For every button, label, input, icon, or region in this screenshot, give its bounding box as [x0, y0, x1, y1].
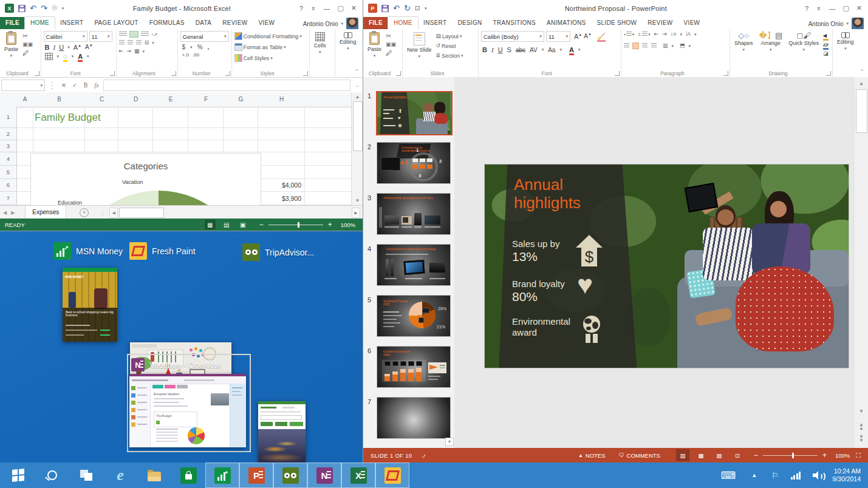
slide-thumbnail-3[interactable]: A Partnership strengthened with time	[377, 193, 451, 235]
column-header-F[interactable]: F	[188, 92, 224, 107]
tab-file[interactable]: FILE	[0, 17, 25, 29]
pp-account[interactable]: Antonio Onio▾	[808, 18, 867, 30]
scroll-up-icon[interactable]: ▲	[854, 77, 868, 86]
name-box[interactable]: ▾	[1, 80, 45, 91]
tab-insert[interactable]: INSERT	[55, 17, 89, 29]
italic-button[interactable]: I	[491, 46, 494, 53]
grow-font-button[interactable]: A▲	[73, 44, 81, 51]
normal-view-icon[interactable]: ▦	[205, 220, 216, 229]
taskbar-button-internet-explorer[interactable]: e	[103, 463, 137, 488]
start-slideshow-icon[interactable]: ⊡	[415, 5, 420, 12]
sheet-tab-expenses[interactable]: Expenses	[25, 206, 66, 220]
categories-chart[interactable]: Categories Vacation Education	[30, 153, 261, 205]
network-signal-icon[interactable]	[791, 472, 801, 480]
tab-file[interactable]: FILE	[363, 17, 388, 29]
copy-icon[interactable]: ▣▣	[386, 41, 396, 48]
tab-formulas[interactable]: FORMULAS	[144, 17, 190, 29]
taskbar-button-task-view[interactable]	[69, 463, 103, 488]
shape-effects-button[interactable]: ◪	[823, 50, 829, 57]
minimize-button[interactable]: —	[829, 5, 835, 12]
underline-button[interactable]: U	[498, 46, 503, 53]
column-header-C[interactable]: C	[85, 92, 119, 107]
tab-slide-show[interactable]: SLIDE SHOW	[592, 17, 643, 29]
formula-input[interactable]	[103, 80, 350, 91]
wrap-text-button[interactable]: ⊟	[145, 39, 149, 46]
spellcheck-icon[interactable]: ⍻	[422, 452, 425, 459]
undo-icon[interactable]: ↶	[393, 4, 400, 12]
sheet-next-icon[interactable]: ▶	[10, 210, 18, 215]
tab-design[interactable]: DESIGN	[452, 17, 487, 29]
minimize-button[interactable]: —	[323, 5, 330, 12]
msn-money-preview[interactable]: MSN MONEY Back to school shopping means …	[63, 268, 117, 342]
row-header-7[interactable]: 7	[0, 192, 17, 205]
slide-sorter-view-icon[interactable]: ▦	[694, 449, 708, 461]
cell-styles-button[interactable]: Cell Styles▾	[234, 54, 302, 62]
row-header-2[interactable]: 2	[0, 128, 17, 140]
slide-thumbnail-4[interactable]: Commitment to advanced technology	[377, 244, 451, 286]
ribbon-display-icon[interactable]: ⌅	[816, 4, 821, 12]
slide-thumbnail-2[interactable]: Commitment to sustainable practices 1 2 …	[377, 142, 451, 184]
cell-h6[interactable]: $4,000	[258, 179, 301, 192]
zoom-slider[interactable]	[268, 225, 323, 225]
styles-dialog-launcher[interactable]	[303, 71, 308, 76]
alignment-dialog-launcher[interactable]	[171, 71, 176, 76]
new-sheet-icon[interactable]: +	[80, 208, 89, 217]
smartart-button[interactable]: ⬒	[680, 42, 685, 49]
increase-decimal-button[interactable]: +.0	[182, 52, 189, 58]
shape-outline-button[interactable]: ▱	[823, 41, 829, 48]
tab-transitions[interactable]: TRANSITIONS	[488, 17, 542, 29]
slide-thumbnail-5[interactable]: Northwind Traders 2015 26% 21%	[377, 295, 451, 337]
bold-button[interactable]: B	[45, 44, 50, 51]
paste-button[interactable]: Paste▾	[2, 31, 20, 69]
drawing-dialog-launcher[interactable]	[826, 71, 831, 76]
zoom-in-icon[interactable]: +	[328, 220, 332, 229]
excel-vertical-scrollbar[interactable]: ▲ ▼	[351, 92, 363, 205]
scroll-up-icon[interactable]: ▲	[352, 92, 363, 100]
change-case-button[interactable]: Aa	[548, 47, 555, 53]
help-icon[interactable]: ?	[299, 5, 303, 12]
collapse-ribbon-icon[interactable]: ⌃	[354, 69, 359, 75]
align-left-button[interactable]	[119, 40, 125, 46]
tab-view[interactable]: VIEW	[678, 17, 706, 29]
reset-button[interactable]: ↺Reset	[436, 42, 463, 49]
column-header-E[interactable]: E	[153, 92, 189, 107]
enter-icon[interactable]: ✓	[70, 82, 79, 89]
percent-style-button[interactable]: %	[197, 44, 203, 50]
slide-item-loyalty[interactable]: Brand loyalty 80%	[512, 279, 565, 304]
cut-icon[interactable]: ✂	[22, 33, 33, 39]
zoom-level[interactable]: 100%	[835, 452, 850, 459]
row-header-3[interactable]: 3	[0, 140, 17, 152]
editing-button[interactable]: Editing▾	[835, 31, 856, 69]
help-icon[interactable]: ?	[805, 5, 808, 12]
tab-review[interactable]: REVIEW	[217, 17, 253, 29]
paste-button[interactable]: Paste▾	[366, 31, 383, 69]
taskbar-button-excel[interactable]: X	[341, 463, 375, 488]
decrease-decimal-button[interactable]: .00	[193, 52, 199, 58]
maximize-button[interactable]: ▢	[337, 4, 343, 12]
fill-color-button[interactable]: ◌	[63, 53, 67, 60]
slide-item-sales[interactable]: Sales up by 13%	[512, 239, 559, 264]
clear-formatting-icon[interactable]: 🧹	[597, 33, 606, 40]
taskbar-button-start[interactable]	[1, 463, 35, 488]
cell-h7[interactable]: $3,900	[258, 192, 301, 205]
row-header-6[interactable]: 6	[0, 179, 17, 192]
increase-indent-button[interactable]: ⇥	[126, 48, 131, 55]
bullets-button[interactable]: •▾	[624, 31, 634, 38]
layout-button[interactable]: ▤Layout▾	[436, 33, 463, 39]
font-color-button[interactable]: A	[569, 47, 574, 53]
taskbar-button-file-explorer[interactable]	[137, 463, 171, 488]
slide-thumbnail-6[interactable]: Growth in consumer sales	[377, 346, 451, 388]
hscroll-left-icon[interactable]: ◀	[109, 208, 118, 218]
increase-indent-button[interactable]: ⇥	[662, 31, 667, 38]
previous-slide-icon[interactable]: ▲▲	[854, 423, 868, 430]
bold-glyph[interactable]: B	[81, 82, 90, 89]
merge-center-button[interactable]: ▦	[134, 48, 140, 55]
row-header-4[interactable]: 4	[0, 152, 17, 166]
hscroll-thumb[interactable]	[119, 208, 164, 218]
align-center-button[interactable]	[128, 40, 133, 46]
taskbar-button-msn-money[interactable]: ↗	[205, 463, 239, 488]
tile-onenote[interactable]: N Vacation - OneNote Euro	[127, 354, 251, 452]
save-icon[interactable]	[381, 5, 389, 12]
cells-button[interactable]: Cells▾	[312, 31, 328, 69]
tile-msn-money[interactable]: ↗ MSN Money	[53, 242, 123, 260]
